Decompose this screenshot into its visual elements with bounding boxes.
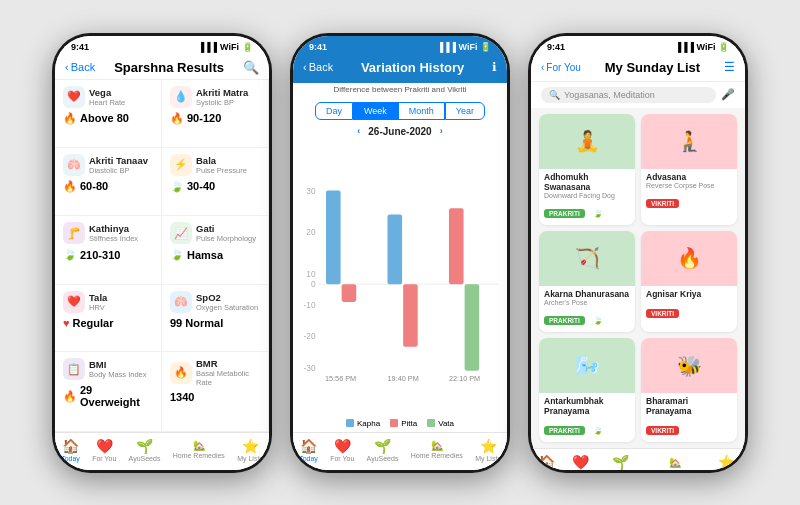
tab-week[interactable]: Week <box>353 102 398 120</box>
tab-row: Day Week Month Year <box>293 96 507 122</box>
svg-text:19:40 PM: 19:40 PM <box>388 374 419 383</box>
home-remedies-icon: 🏡 <box>193 440 205 451</box>
nav-home-remedies-3[interactable]: 🏡 Home Remedies <box>649 457 701 470</box>
metric-bmr[interactable]: 🔥 BMR Basal Metabolic Rate 1340 <box>162 352 269 431</box>
svg-rect-8 <box>326 190 341 284</box>
back-button-2[interactable]: ‹ Back <box>303 61 333 73</box>
antarkumbhak-thumb: 🌬️ <box>539 338 635 393</box>
svg-text:-10: -10 <box>304 300 316 310</box>
foryou-icon-2: ❤️ <box>334 438 351 454</box>
svg-text:15:56 PM: 15:56 PM <box>325 374 356 383</box>
time-2: 9:41 <box>309 42 327 52</box>
status-bar-1: 9:41 ▐▐▐ WiFi 🔋 <box>55 36 269 54</box>
yoga-card-bharamari[interactable]: 🐝 Bharamari Pranayama VIKRITI <box>641 338 737 442</box>
back-button-1[interactable]: ‹ Back <box>65 61 95 73</box>
metric-spo2[interactable]: 🫁 SpO2 Oxygen Saturation 99 Normal <box>162 285 269 352</box>
metric-gati[interactable]: 📈 Gati Pulse Morphology 🍃 Hamsa <box>162 216 269 284</box>
gati-value: 🍃 Hamsa <box>170 248 260 261</box>
nav-ayuseeds-1[interactable]: 🌱 AyuSeeds <box>129 438 161 462</box>
phones-container: 9:41 ▐▐▐ WiFi 🔋 ‹ Back Sparshna Results … <box>42 23 758 483</box>
bottom-nav-3: 🏠 Today ❤️ For You 🌱 AyuSeeds 🏡 Home Rem… <box>531 448 745 469</box>
nav-home-remedies-2[interactable]: 🏡 Home Remedies <box>411 440 463 459</box>
search-input-3[interactable]: 🔍 Yogasanas, Meditation <box>541 87 716 103</box>
kapha-dot <box>346 419 354 427</box>
yoga-card-antarkumbhak[interactable]: 🌬️ Antarkumbhak Pranayama PRAKRITI 🍃 <box>539 338 635 442</box>
tab-year[interactable]: Year <box>445 102 485 120</box>
metric-tala[interactable]: ❤️ Tala HRV ♥ Regular <box>55 285 162 352</box>
tab-month[interactable]: Month <box>398 102 445 120</box>
akarna-thumb: 🏹 <box>539 231 635 286</box>
akriti-matra-icon: 💧 <box>170 86 192 108</box>
bmr-value: 1340 <box>170 391 260 403</box>
ayuseeds-icon: 🌱 <box>136 438 153 454</box>
nav-foryou-2[interactable]: ❤️ For You <box>330 438 354 462</box>
prev-date-btn[interactable]: ‹ <box>357 126 360 136</box>
tala-icon: ❤️ <box>63 291 85 313</box>
svg-text:0: 0 <box>311 279 316 289</box>
yoga-card-agnisar[interactable]: 🔥 Agnisar Kriya VIKRITI <box>641 231 737 332</box>
nav-ayuseeds-2[interactable]: 🌱 AyuSeeds <box>367 438 399 462</box>
vikriti-badge-1: VIKRITI <box>646 199 679 208</box>
nav-ayuseeds-3[interactable]: 🌱 AyuSeeds <box>605 454 637 469</box>
metric-akriti-matra[interactable]: 💧 Akriti Matra Systolic BP 🔥 90-120 <box>162 80 269 148</box>
yoga-card-akarna[interactable]: 🏹 Akarna Dhanurasana Archer's Pose PRAKR… <box>539 231 635 332</box>
today-icon-3: 🏠 <box>538 454 555 469</box>
nav-foryou-1[interactable]: ❤️ For You <box>92 438 116 462</box>
search-icon-3: 🔍 <box>549 90 560 100</box>
kathinya-icon: 🦵 <box>63 222 85 244</box>
tala-value: ♥ Regular <box>63 317 153 329</box>
adhomukh-thumb: 🧘 <box>539 114 635 169</box>
today-icon-2: 🏠 <box>300 438 317 454</box>
bmr-icon: 🔥 <box>170 362 192 384</box>
pitta-dot <box>390 419 398 427</box>
metric-kathinya[interactable]: 🦵 Kathinya Stiffness Index 🍃 210-310 <box>55 216 162 284</box>
svg-rect-13 <box>465 284 480 370</box>
vega-icon: ❤️ <box>63 86 85 108</box>
spo2-icon: 🫁 <box>170 291 192 313</box>
metric-vega[interactable]: ❤️ Vega Heart Rate 🔥 Above 80 <box>55 80 162 148</box>
nav-today-2[interactable]: 🏠 Today <box>299 438 318 462</box>
info-icon-2[interactable]: ℹ <box>492 60 497 74</box>
nav-foryou-3[interactable]: ❤️ For You <box>568 454 592 469</box>
svg-rect-10 <box>387 214 402 284</box>
chart-legend: Kapha Pitta Vata <box>301 415 499 430</box>
list-options-icon[interactable]: ☰ <box>724 60 735 74</box>
phone1: 9:41 ▐▐▐ WiFi 🔋 ‹ Back Sparshna Results … <box>52 33 272 473</box>
nav-today-3[interactable]: 🏠 Today <box>537 454 556 469</box>
bmi-icon: 📋 <box>63 358 85 380</box>
mylists-icon-2: ⭐ <box>480 438 497 454</box>
nav-mylists-3[interactable]: ⭐ My Lists <box>713 454 739 469</box>
time-1: 9:41 <box>71 42 89 52</box>
metric-bala[interactable]: ⚡ Bala Pulse Pressure 🍃 30-40 <box>162 148 269 216</box>
nav-home-remedies-1[interactable]: 🏡 Home Remedies <box>173 440 225 459</box>
vega-name: Vega <box>89 87 125 98</box>
status-icons-3: ▐▐▐ WiFi 🔋 <box>675 42 729 52</box>
yoga-card-advasana[interactable]: 🧎 Advasana Reverse Corpse Pose VIKRITI <box>641 114 737 225</box>
next-date-btn[interactable]: › <box>440 126 443 136</box>
vata-dot <box>427 419 435 427</box>
page-title-3: My Sunday List <box>605 60 700 75</box>
metric-bmi[interactable]: 📋 BMI Body Mass Index 🔥 29 Overweight <box>55 352 162 431</box>
tab-day[interactable]: Day <box>315 102 353 120</box>
metrics-grid: ❤️ Vega Heart Rate 🔥 Above 80 <box>55 80 269 432</box>
svg-text:30: 30 <box>306 185 316 195</box>
nav-mylists-2[interactable]: ⭐ My Lists <box>475 438 501 462</box>
nav-today-1[interactable]: 🏠 Today <box>61 438 80 462</box>
chart-subtitle: Difference between Prakriti and Vikriti <box>293 83 507 96</box>
phone3: 9:41 ▐▐▐ WiFi 🔋 ‹ For You My Sunday List… <box>528 33 748 473</box>
header2: ‹ Back Variation History ℹ <box>293 54 507 83</box>
for-you-link[interactable]: ‹ For You <box>541 62 581 73</box>
metric-akriti-tanaav[interactable]: 🫁 Akriti Tanaav Diastolic BP 🔥 60-80 <box>55 148 162 216</box>
svg-text:-20: -20 <box>304 331 316 341</box>
svg-text:10: 10 <box>306 268 316 278</box>
akriti-tanaav-icon: 🫁 <box>63 154 85 176</box>
search-icon-1[interactable]: 🔍 <box>243 60 259 75</box>
foryou-icon: ❤️ <box>96 438 113 454</box>
today-icon: 🏠 <box>62 438 79 454</box>
svg-rect-9 <box>342 284 357 302</box>
yoga-card-adhomukh[interactable]: 🧘 Adhomukh Swanasana Downward Facing Dog… <box>539 114 635 225</box>
nav-mylists-1[interactable]: ⭐ My Lists <box>237 438 263 462</box>
mic-icon-3[interactable]: 🎤 <box>721 88 735 101</box>
home-remedies-icon-3: 🏡 <box>669 457 681 468</box>
akriti-tanaav-value: 🔥 60-80 <box>63 180 153 193</box>
